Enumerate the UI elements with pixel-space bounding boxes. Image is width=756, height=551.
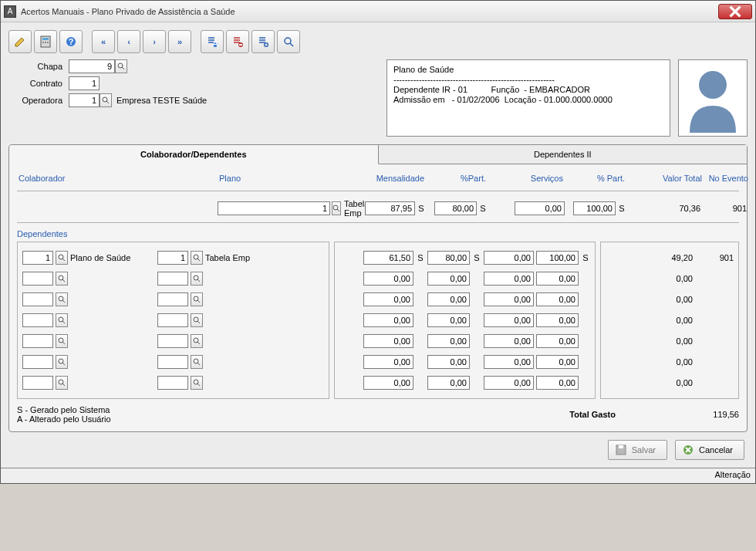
last-icon: »	[177, 37, 182, 46]
col-servicos: Serviços	[488, 174, 565, 183]
dep-code2-lookup[interactable]	[191, 313, 203, 327]
dep-code1-lookup[interactable]	[56, 272, 68, 286]
dependentes-header: Dependentes	[17, 229, 739, 238]
dep-total: 0,00	[606, 316, 693, 325]
col-pct-part1: %Part.	[426, 174, 488, 183]
dep-pct1[interactable]	[427, 355, 470, 369]
dep-serv[interactable]	[484, 313, 534, 327]
dep-code2[interactable]	[157, 272, 188, 286]
dep-pct1[interactable]	[427, 313, 470, 327]
dep-code2[interactable]	[157, 355, 188, 369]
dep-pct2[interactable]	[536, 251, 579, 265]
dep-pct1[interactable]	[427, 272, 470, 286]
dep-pct2[interactable]	[536, 272, 579, 286]
dep-serv[interactable]	[484, 251, 534, 265]
dep-code2[interactable]	[157, 313, 188, 327]
dep-pct2[interactable]	[536, 292, 579, 306]
dep-mensalidade[interactable]	[363, 272, 413, 286]
dep-code2[interactable]	[157, 376, 188, 390]
dep-code1[interactable]	[22, 292, 53, 306]
dep-mensalidade[interactable]	[363, 376, 413, 390]
dep-code2-lookup[interactable]	[191, 376, 203, 390]
dep-pct1[interactable]	[427, 251, 470, 265]
contrato-input[interactable]	[69, 76, 100, 90]
save-button[interactable]: Salvar	[608, 440, 667, 460]
svg-point-15	[699, 71, 727, 99]
tool-search-button[interactable]	[277, 30, 300, 53]
chapa-input[interactable]	[69, 59, 115, 73]
colab-plano-code[interactable]	[218, 201, 330, 215]
dep-code1[interactable]	[22, 334, 53, 348]
dep-code2-lookup[interactable]	[191, 272, 203, 286]
operadora-lookup-button[interactable]	[100, 93, 112, 107]
dep-row-mid	[339, 333, 590, 350]
dep-code1[interactable]	[22, 355, 53, 369]
dep-code2[interactable]	[157, 334, 188, 348]
dep-code1[interactable]	[22, 313, 53, 327]
tab-colaborador-dependentes[interactable]: Colaborador/Dependentes	[9, 145, 379, 164]
dep-pct2[interactable]	[536, 376, 579, 390]
calc-button[interactable]	[34, 30, 57, 53]
dep-serv[interactable]	[484, 292, 534, 306]
dep-code1-lookup[interactable]	[56, 355, 68, 369]
tool-list-add-button[interactable]	[251, 30, 275, 53]
colab-servicos[interactable]	[515, 201, 565, 215]
dep-serv[interactable]	[484, 272, 534, 286]
dep-pct1[interactable]	[427, 376, 470, 390]
dep-mensalidade[interactable]	[363, 292, 413, 306]
nav-first-button[interactable]: «	[92, 30, 115, 53]
dep-mensalidade[interactable]	[363, 355, 413, 369]
nav-next-button[interactable]: ›	[143, 30, 166, 53]
colab-mensalidade[interactable]	[365, 201, 415, 215]
chapa-label: Chapa	[8, 62, 62, 71]
chapa-lookup-button[interactable]	[115, 59, 127, 73]
dep-code1-lookup[interactable]	[56, 334, 68, 348]
dep-code2[interactable]	[157, 292, 188, 306]
dep-pct1[interactable]	[427, 334, 470, 348]
dep-total: 49,20	[606, 253, 693, 262]
dep-pct2[interactable]	[536, 313, 579, 327]
dep-mensalidade[interactable]	[363, 334, 413, 348]
cancel-button[interactable]: Cancelar	[675, 440, 744, 460]
tool-list-a-button[interactable]: A	[201, 30, 224, 53]
tool-list-remove-button[interactable]	[226, 30, 249, 53]
dep-code2-lookup[interactable]	[191, 251, 203, 265]
dep-code1-lookup[interactable]	[56, 292, 68, 306]
svg-rect-2	[42, 42, 44, 43]
dep-code1-lookup[interactable]	[56, 251, 68, 265]
col-mensalidade: Mensalidade	[333, 174, 426, 183]
dep-mensalidade[interactable]	[363, 313, 413, 327]
operadora-label: Operadora	[8, 96, 62, 105]
operadora-input[interactable]	[69, 93, 100, 107]
dep-code1[interactable]	[22, 272, 53, 286]
dep-code2-lookup[interactable]	[191, 355, 203, 369]
dep-row-left	[22, 291, 324, 308]
dep-code2[interactable]	[157, 251, 188, 265]
dep-pct2[interactable]	[536, 334, 579, 348]
dep-serv[interactable]	[484, 376, 534, 390]
nav-last-button[interactable]: »	[168, 30, 191, 53]
colab-pct2[interactable]	[573, 201, 616, 215]
tab-dependentes-ii[interactable]: Dependentes II	[379, 145, 748, 164]
dep-pct2[interactable]	[536, 355, 579, 369]
close-button[interactable]	[718, 4, 752, 19]
edit-button[interactable]	[8, 30, 32, 53]
dep-code2-lookup[interactable]	[191, 292, 203, 306]
col-plano: Plano	[218, 174, 333, 183]
help-button[interactable]: ?	[59, 30, 83, 53]
nav-prev-button[interactable]: ‹	[117, 30, 140, 53]
colab-pct1[interactable]	[434, 201, 477, 215]
dep-code2-lookup[interactable]	[191, 334, 203, 348]
dep-serv[interactable]	[484, 334, 534, 348]
dep-serv[interactable]	[484, 355, 534, 369]
dep-mensalidade[interactable]	[363, 251, 413, 265]
dep-code1-lookup[interactable]	[56, 313, 68, 327]
grid-header: Colaborador Plano Mensalidade %Part. Ser…	[17, 171, 739, 189]
titlebar[interactable]: A Acertos Manuais - Plano Privado de Ass…	[1, 1, 755, 22]
dep-code1-lookup[interactable]	[56, 376, 68, 390]
dep-row-mid	[339, 270, 590, 287]
dep-code1[interactable]	[22, 251, 53, 265]
dep-total: 0,00	[606, 295, 693, 304]
dep-code1[interactable]	[22, 376, 53, 390]
dep-pct1[interactable]	[427, 292, 470, 306]
